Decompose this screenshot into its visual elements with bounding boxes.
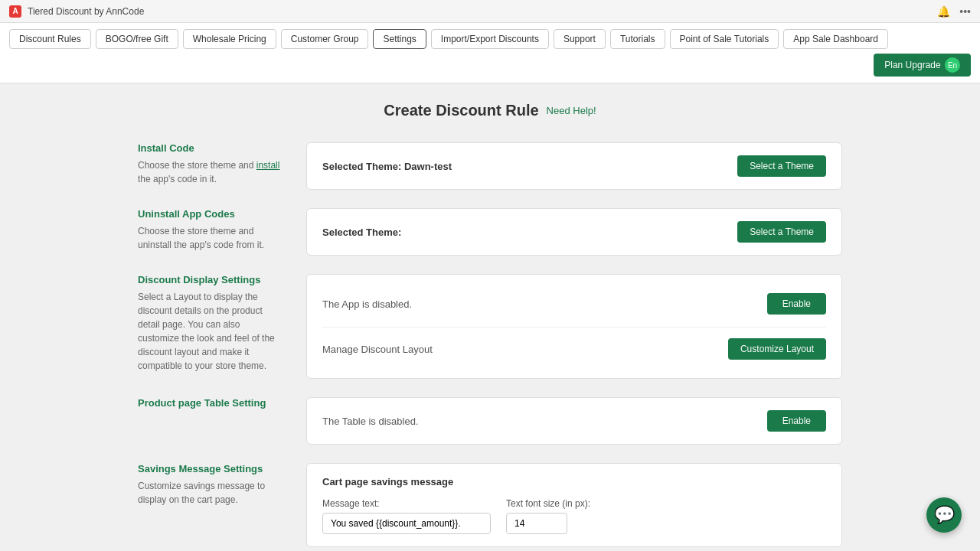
page-title: Create Discount Rule [384, 102, 538, 119]
install-select-theme-button[interactable]: Select a Theme [737, 155, 826, 177]
uninstall-code-card: Selected Theme: Select a Theme [306, 208, 842, 256]
font-size-group: Text font size (in px): [506, 498, 590, 534]
product-table-section: Product page Table Setting The Table is … [138, 397, 842, 445]
nav-discount-rules[interactable]: Discount Rules [9, 29, 91, 49]
app-title: Tiered Discount by AnnCode [28, 6, 144, 17]
selected-theme-label: Selected Theme: Dawn-test [322, 161, 452, 172]
title-bar-left: A Tiered Discount by AnnCode [9, 5, 144, 18]
message-text-input[interactable] [322, 513, 491, 534]
discount-display-label: Discount Display Settings Select a Layou… [138, 274, 283, 373]
nav-tutorials[interactable]: Tutorials [610, 29, 665, 49]
discount-display-desc: Select a Layout to display the discount … [138, 290, 283, 373]
nav-settings[interactable]: Settings [373, 29, 426, 49]
uninstall-theme-row: Selected Theme: Select a Theme [322, 221, 826, 243]
install-code-heading: Install Code [138, 142, 283, 154]
nav-bogo[interactable]: BOGO/free Gift [96, 29, 178, 49]
savings-card-title: Cart page savings message [322, 476, 826, 487]
nav-app-sale[interactable]: App Sale Dashboard [783, 29, 888, 49]
install-code-section: Install Code Choose the store theme and … [138, 142, 842, 190]
uninstall-code-desc: Choose the store theme and uninstall the… [138, 224, 283, 252]
title-bar-right: 🔔 ••• [937, 5, 971, 18]
nav-customer-group[interactable]: Customer Group [281, 29, 369, 49]
manage-layout-label: Manage Discount Layout [322, 344, 433, 355]
nav-wholesale[interactable]: Wholesale Pricing [183, 29, 276, 49]
customize-layout-button[interactable]: Customize Layout [728, 338, 826, 360]
more-options-icon[interactable]: ••• [959, 5, 971, 18]
uninstall-code-section: Uninstall App Codes Choose the store the… [138, 208, 842, 256]
install-theme-row: Selected Theme: Dawn-test Select a Theme [322, 155, 826, 177]
discount-display-card: The App is disabled. Enable Manage Disco… [306, 274, 842, 379]
install-code-card: Selected Theme: Dawn-test Select a Theme [306, 142, 842, 190]
nav-import-export[interactable]: Import/Export Discounts [431, 29, 549, 49]
message-text-label: Message text: [322, 498, 491, 509]
savings-message-desc: Customize savings message to display on … [138, 479, 283, 507]
savings-message-section: Savings Message Settings Customize savin… [138, 463, 842, 547]
need-help-link[interactable]: Need Help! [547, 105, 596, 116]
discount-display-section: Discount Display Settings Select a Layou… [138, 274, 842, 379]
chat-icon: 💬 [934, 505, 955, 525]
product-table-heading: Product page Table Setting [138, 397, 283, 409]
install-link[interactable]: install [256, 160, 280, 171]
discount-display-heading: Discount Display Settings [138, 274, 283, 285]
nav-support[interactable]: Support [554, 29, 606, 49]
scroll-area: Create Discount Rule Need Help! Install … [0, 83, 980, 551]
nav-pos-tutorials[interactable]: Point of Sale Tutorials [670, 29, 779, 49]
enable-table-button[interactable]: Enable [767, 410, 826, 432]
savings-message-label: Savings Message Settings Customize savin… [138, 463, 283, 507]
savings-message-heading: Savings Message Settings [138, 463, 283, 474]
app-status-row: The App is disabled. Enable [322, 287, 826, 321]
uninstall-select-theme-button[interactable]: Select a Theme [737, 221, 826, 243]
app-status-label: The App is disabled. [322, 298, 412, 310]
title-bar: A Tiered Discount by AnnCode 🔔 ••• [0, 0, 980, 23]
savings-form-row: Message text: Text font size (in px): [322, 498, 826, 534]
main-content: Create Discount Rule Need Help! Install … [122, 83, 858, 551]
table-status-row: The Table is disabled. Enable [322, 410, 826, 432]
bell-icon[interactable]: 🔔 [937, 5, 950, 18]
product-table-label: Product page Table Setting [138, 397, 283, 413]
app-icon: A [9, 5, 21, 18]
uninstall-theme-label: Selected Theme: [322, 227, 401, 238]
savings-message-card: Cart page savings message Message text: … [306, 463, 842, 547]
product-table-card: The Table is disabled. Enable [306, 397, 842, 445]
chat-button[interactable]: 💬 [926, 497, 962, 533]
font-size-label: Text font size (in px): [506, 498, 590, 509]
enable-app-button[interactable]: Enable [767, 293, 826, 315]
plan-upgrade-button[interactable]: Plan Upgrade En [874, 54, 971, 77]
install-code-desc: Choose the store theme and install the a… [138, 158, 283, 186]
uninstall-code-label: Uninstall App Codes Choose the store the… [138, 208, 283, 252]
table-status-label: The Table is disabled. [322, 416, 419, 427]
lang-badge[interactable]: En [945, 57, 960, 73]
font-size-input[interactable] [506, 513, 567, 534]
manage-layout-row: Manage Discount Layout Customize Layout [322, 327, 826, 366]
message-text-group: Message text: [322, 498, 491, 534]
install-code-label: Install Code Choose the store theme and … [138, 142, 283, 186]
nav-bar: Discount Rules BOGO/free Gift Wholesale … [0, 23, 980, 83]
uninstall-code-heading: Uninstall App Codes [138, 208, 283, 220]
page-header: Create Discount Rule Need Help! [138, 102, 842, 119]
